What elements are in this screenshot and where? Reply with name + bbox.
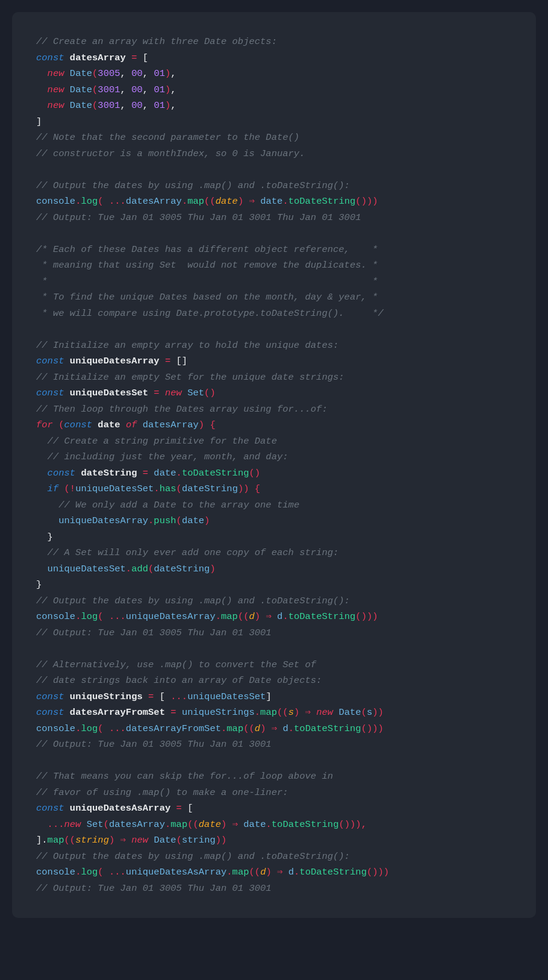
indent	[36, 515, 58, 526]
paren: )	[260, 723, 272, 734]
space	[238, 819, 243, 830]
method: log	[81, 611, 98, 622]
identifier: uniqueStrings	[70, 691, 143, 702]
paren: ())),	[338, 819, 367, 830]
ref: uniqueDatesAsArray	[126, 867, 226, 878]
indent	[36, 68, 48, 79]
dot: .	[221, 723, 226, 734]
keyword-for: for	[36, 419, 53, 430]
number: 3001	[98, 100, 120, 111]
space	[64, 100, 70, 111]
paren: ()))	[367, 867, 389, 878]
operator: =	[143, 691, 160, 702]
number: 00	[131, 84, 143, 95]
comment: // Initialize an empty array to hold the…	[36, 340, 338, 351]
indent	[36, 100, 48, 111]
indent	[36, 500, 58, 510]
paren: ((	[243, 723, 255, 734]
comment: * we will compare using Date.prototype.t…	[36, 308, 384, 319]
dot: .	[255, 707, 260, 718]
ref: date	[243, 819, 266, 830]
dot: .	[282, 196, 288, 207]
comma: ,	[143, 84, 154, 95]
paren: (	[176, 835, 182, 846]
keyword-const: const	[36, 691, 64, 702]
class: Date	[338, 707, 361, 718]
paren: ((	[249, 867, 261, 878]
comment: // That means you can skip the for...of …	[36, 771, 333, 782]
method: push	[154, 515, 176, 526]
number: 00	[131, 68, 143, 79]
class: Date	[154, 835, 176, 846]
identifier: uniqueDatesArray	[70, 356, 160, 366]
space	[272, 611, 277, 622]
console: console	[36, 867, 75, 878]
paren: ((	[277, 707, 288, 718]
paren: ((	[187, 819, 199, 830]
space	[282, 867, 288, 878]
comma: ,	[143, 68, 154, 79]
arrow: ⇒	[120, 835, 126, 846]
dot: .	[165, 819, 170, 830]
paren: (	[92, 84, 98, 95]
dot: .	[176, 468, 182, 479]
paren: ()))	[355, 196, 378, 207]
comment: * meaning that using Set would not remov…	[36, 260, 378, 271]
dot: .	[226, 867, 232, 878]
console: console	[36, 611, 75, 622]
arrow: ⇒	[277, 867, 282, 878]
class: Set	[87, 819, 104, 830]
paren: )	[109, 835, 120, 846]
keyword-const: const	[36, 707, 64, 718]
method: map	[260, 707, 277, 718]
keyword-new: new	[131, 835, 148, 846]
space	[64, 84, 70, 95]
paren: (	[176, 483, 182, 494]
method: toDateString	[272, 819, 339, 830]
paren: )	[165, 100, 170, 111]
ref: date	[182, 515, 204, 526]
indent	[36, 468, 48, 479]
method: map	[187, 196, 204, 207]
number: 00	[131, 100, 143, 111]
method: map	[221, 611, 238, 622]
paren: )) {	[238, 483, 260, 494]
paren: (	[98, 611, 109, 622]
ref: date	[260, 196, 282, 207]
space	[137, 419, 143, 430]
paren: )	[221, 819, 232, 830]
paren: ))	[216, 835, 227, 846]
keyword-const: const	[36, 356, 64, 366]
bang: !	[70, 483, 75, 494]
dot: .	[282, 611, 288, 622]
paren: ()	[249, 468, 261, 479]
identifier: datesArray	[70, 52, 126, 63]
ref: dateString	[182, 483, 238, 494]
paren: )	[294, 707, 305, 718]
comment: // Output the dates by using .map() and …	[36, 180, 350, 191]
identifier: date	[98, 419, 120, 430]
comma: ,	[120, 68, 132, 79]
paren: ()	[204, 388, 216, 398]
spread: ...	[109, 611, 126, 622]
ref: d	[277, 611, 282, 622]
paren: (	[98, 867, 109, 878]
number: 3001	[98, 84, 120, 95]
param: string	[75, 835, 109, 846]
param: d	[249, 611, 255, 622]
comment: // Then loop through the Dates array usi…	[36, 404, 328, 415]
comment: // Output the dates by using .map() and …	[36, 851, 350, 862]
dot: .	[154, 483, 159, 494]
operator: =	[170, 803, 187, 814]
number: 01	[154, 100, 165, 111]
paren: (	[92, 68, 98, 79]
space	[92, 419, 98, 430]
comma: ,	[120, 100, 132, 111]
space	[53, 419, 58, 430]
indent	[36, 84, 48, 95]
method: map	[226, 723, 243, 734]
keyword-const: const	[48, 468, 76, 479]
keyword-new: new	[48, 100, 64, 111]
arrow: ⇒	[305, 707, 311, 718]
brace: }	[48, 532, 53, 542]
